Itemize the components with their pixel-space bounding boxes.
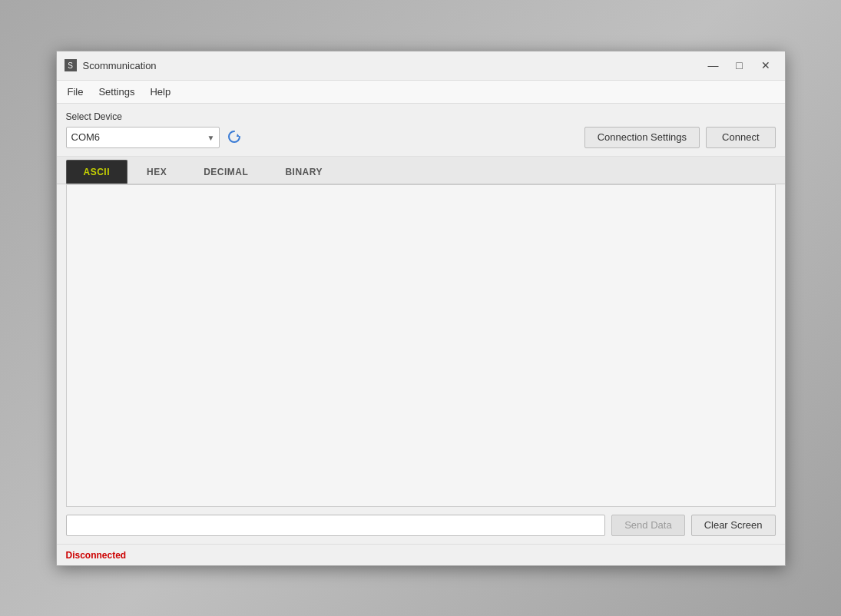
tab-ascii[interactable]: ASCII [66,160,128,184]
title-bar: S Scommunication — □ ✕ [57,51,785,81]
connection-status: Disconnected [66,550,127,561]
app-icon: S [65,59,77,71]
menu-bar: File Settings Help [57,81,785,104]
tabs-bar: ASCII HEX DECIMAL BINARY [57,157,785,184]
refresh-button[interactable] [224,128,244,147]
main-window: S Scommunication — □ ✕ File Settings Hel… [56,51,786,566]
refresh-icon [227,129,242,146]
window-controls: — □ ✕ [702,57,777,74]
close-button[interactable]: ✕ [754,57,777,74]
send-data-input[interactable] [66,515,606,536]
menu-settings[interactable]: Settings [91,83,142,101]
menu-help[interactable]: Help [142,83,178,101]
connection-settings-button[interactable]: Connection Settings [584,127,700,148]
menu-file[interactable]: File [60,83,91,101]
select-device-label: Select Device [66,111,776,122]
tab-hex[interactable]: HEX [129,160,184,184]
toolbar: Select Device COM6 COM1 COM2 COM3 ▼ [57,104,785,157]
tab-decimal[interactable]: DECIMAL [186,160,266,184]
clear-screen-button[interactable]: Clear Screen [691,515,776,536]
device-select-wrapper: COM6 COM1 COM2 COM3 ▼ [66,127,244,148]
send-data-button[interactable]: Send Data [611,515,684,536]
minimize-button[interactable]: — [702,57,725,74]
device-select[interactable]: COM6 COM1 COM2 COM3 [66,127,220,148]
terminal-display [66,184,776,507]
send-row: Send Data Clear Screen [57,507,785,544]
connect-button[interactable]: Connect [706,127,775,148]
window-title: Scommunication [83,60,702,71]
tab-binary[interactable]: BINARY [267,160,340,184]
maximize-button[interactable]: □ [728,57,751,74]
main-content: ASCII HEX DECIMAL BINARY Send Data Clear… [57,157,785,565]
status-bar: Disconnected [57,544,785,565]
